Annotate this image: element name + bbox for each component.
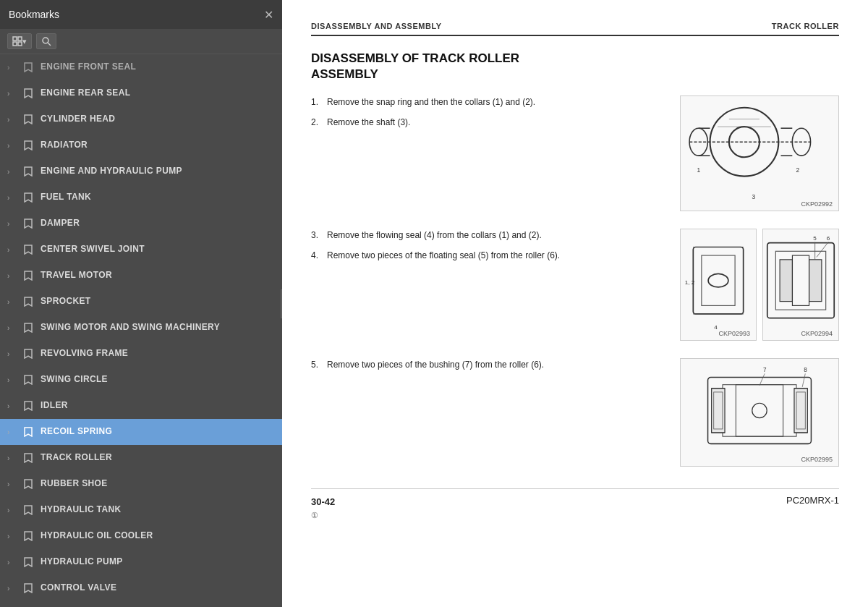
page-header-left: DISASSEMBLY AND ASSEMBLY (311, 22, 442, 30)
expand-arrow: › (7, 324, 19, 332)
expand-arrow: › (7, 246, 19, 254)
expand-arrow: › (7, 90, 19, 98)
bookmark-icon (22, 531, 35, 541)
bookmark-label: DAMPER (41, 218, 80, 229)
section-title: DISASSEMBLY OF TRACK ROLLER ASSEMBLY (311, 51, 839, 82)
bookmark-item-engine-hydraulic-pump[interactable]: › ENGINE AND HYDRAULIC PUMP (0, 158, 282, 184)
bookmark-item-damper[interactable]: › DAMPER (0, 211, 282, 237)
bookmark-item-control-valve[interactable]: › CONTROL VALVE (0, 575, 282, 601)
svg-rect-42 (736, 385, 783, 436)
step-4: 4. Remove two pieces of the floating sea… (311, 249, 665, 262)
tech-image-2b: 5 6 CKP02994 (762, 229, 839, 341)
bookmark-item-hydraulic-tank[interactable]: › HYDRAULIC TANK (0, 497, 282, 523)
image-col-2: 1, 2 4 CKP02993 (680, 229, 839, 341)
bookmark-label: FUEL TANK (41, 192, 91, 203)
view-toggle-button[interactable]: ▾ (7, 33, 32, 49)
image-caption-2a: CKP02993 (718, 330, 750, 337)
svg-rect-37 (723, 385, 796, 436)
expand-arrow: › (7, 142, 19, 150)
svg-line-51 (802, 374, 805, 387)
svg-text:1: 1 (697, 167, 701, 174)
bookmark-icon (22, 583, 35, 593)
expand-arrow: › (7, 585, 19, 593)
bookmark-label: TRAVEL MOTOR (41, 270, 112, 281)
bookmark-icon (22, 375, 35, 385)
expand-arrow: › (7, 376, 19, 384)
bookmark-item-revolving-frame[interactable]: › REVOLVING FRAME (0, 341, 282, 367)
bookmark-icon (22, 88, 35, 98)
expand-arrow: › (7, 64, 19, 72)
bookmark-item-fuel-tank[interactable]: › FUEL TANK (0, 184, 282, 211)
expand-arrow: › (7, 194, 19, 202)
bookmark-item-sprocket[interactable]: › SPROCKET (0, 289, 282, 315)
steps-col-2: 3. Remove the flowing seal (4) from the … (311, 229, 665, 269)
bookmark-item-center-swivel-joint[interactable]: › CENTER SWIVEL JOINT (0, 237, 282, 263)
expand-arrow: › (7, 350, 19, 358)
content-section-3: 5. Remove two pieces of the bushing (7) … (311, 358, 839, 467)
svg-rect-0 (13, 37, 17, 41)
bookmark-item-rubber-shoe[interactable]: › RUBBER SHOE (0, 471, 282, 497)
tech-image-3: 7 8 CKP02995 (680, 358, 839, 467)
close-button[interactable]: ✕ (264, 8, 273, 22)
bookmark-icon (22, 114, 35, 124)
bookmark-item-travel-motor[interactable]: › TRAVEL MOTOR (0, 263, 282, 289)
expand-arrow: › (7, 402, 19, 410)
svg-rect-30 (809, 260, 822, 302)
bookmark-item-swing-circle[interactable]: › SWING CIRCLE (0, 367, 282, 393)
bookmark-label: ENGINE REAR SEAL (41, 88, 130, 99)
bookmark-item-hydraulic-pump[interactable]: › HYDRAULIC PUMP (0, 549, 282, 575)
bookmark-item-hydraulic-oil-cooler[interactable]: › HYDRAULIC OIL COOLER (0, 523, 282, 549)
bookmark-label: SWING MOTOR AND SWING MACHINERY (41, 322, 220, 334)
bookmark-icon (22, 271, 35, 281)
bookmark-item-swing-motor[interactable]: › SWING MOTOR AND SWING MACHINERY (0, 315, 282, 341)
search-bookmarks-button[interactable] (36, 33, 56, 49)
image-row-2: 1, 2 4 CKP02993 (680, 229, 839, 341)
svg-rect-21 (702, 255, 735, 305)
sidebar-header: Bookmarks ✕ (0, 0, 282, 29)
content-section-2: 3. Remove the flowing seal (4) from the … (311, 229, 839, 341)
page-footer: 30-42 ① PC20MRX-1 (311, 488, 839, 521)
steps-col-1: 1. Remove the snap ring and then the col… (311, 95, 665, 136)
bookmark-item-engine-rear-seal[interactable]: › ENGINE REAR SEAL (0, 80, 282, 106)
sidebar-collapse-handle[interactable]: ‹ (281, 289, 282, 318)
svg-text:2: 2 (796, 167, 800, 174)
tech-image-1: 1 2 3 CKP02992 (680, 95, 839, 211)
bookmark-icon (22, 505, 35, 515)
step-5: 5. Remove two pieces of the bushing (7) … (311, 358, 665, 371)
bookmark-icon (22, 218, 35, 229)
bookmark-item-cylinder-head[interactable]: › CYLINDER HEAD (0, 106, 282, 132)
bookmark-list[interactable]: › ENGINE FRONT SEAL › ENGINE REAR SEAL ›… (0, 54, 282, 607)
bookmark-icon (22, 297, 35, 307)
svg-text:1, 2: 1, 2 (685, 280, 695, 286)
content-section-1: 1. Remove the snap ring and then the col… (311, 95, 839, 211)
expand-arrow: › (7, 480, 19, 488)
svg-rect-3 (18, 42, 22, 46)
expand-arrow: › (7, 220, 19, 228)
svg-rect-31 (792, 255, 809, 305)
bookmark-item-radiator[interactable]: › RADIATOR (0, 132, 282, 158)
bookmark-item-recoil-spring[interactable]: › RECOIL SPRING (0, 419, 282, 445)
svg-rect-1 (18, 37, 22, 41)
tech-image-2a: 1, 2 4 CKP02993 (680, 229, 757, 341)
expand-arrow: › (7, 506, 19, 514)
bookmark-item-idler[interactable]: › IDLER (0, 393, 282, 419)
svg-rect-20 (693, 247, 743, 314)
bookmark-icon (22, 479, 35, 489)
bookmark-item-track-roller[interactable]: › TRACK ROLLER (0, 445, 282, 471)
svg-text:3: 3 (752, 193, 755, 200)
steps-col-3: 5. Remove two pieces of the bushing (7) … (311, 358, 665, 378)
page-number: 30-42 ① (311, 495, 335, 521)
svg-line-50 (760, 374, 765, 386)
bookmark-item-engine-front-seal[interactable]: › ENGINE FRONT SEAL (0, 54, 282, 80)
bookmark-label: HYDRAULIC PUMP (41, 556, 123, 568)
bookmark-label: CENTER SWIVEL JOINT (41, 244, 145, 255)
bookmark-icon (22, 427, 35, 437)
svg-text:5: 5 (813, 235, 817, 242)
bookmark-label: RECOIL SPRING (41, 426, 112, 438)
expand-arrow: › (7, 298, 19, 306)
step-2: 2. Remove the shaft (3). (311, 116, 665, 129)
bookmark-label: CONTROL VALVE (41, 582, 116, 594)
bookmark-label: SPROCKET (41, 296, 91, 307)
page-header-right: TRACK ROLLER (772, 22, 839, 30)
bookmark-icon (22, 245, 35, 255)
